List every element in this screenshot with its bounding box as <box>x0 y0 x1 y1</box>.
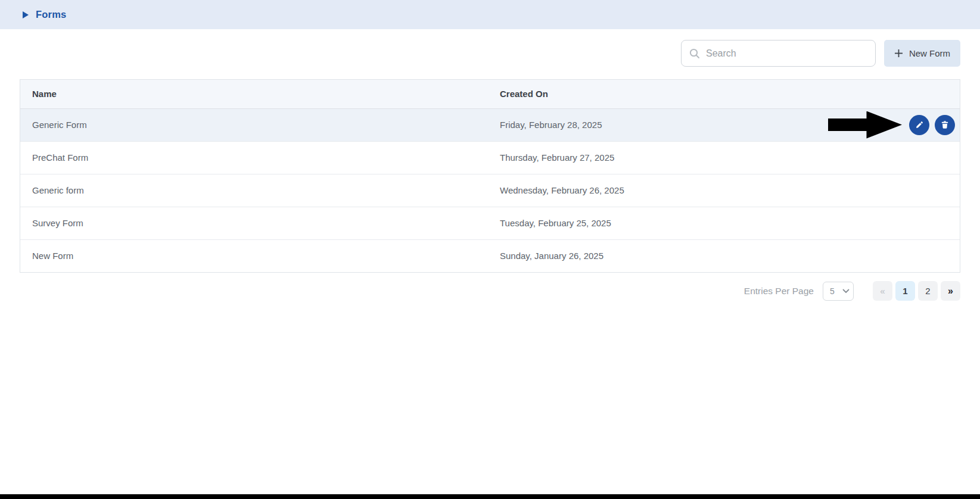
created-on-cell: Tuesday, February 25, 2025 <box>488 207 960 239</box>
table-row[interactable]: Survey Form Tuesday, February 25, 2025 <box>20 207 960 239</box>
edit-form-button[interactable] <box>909 115 929 135</box>
delete-form-button[interactable] <box>935 115 955 135</box>
created-on-cell: Thursday, February 27, 2025 <box>488 141 960 174</box>
row-actions <box>909 115 955 135</box>
created-on-cell: Friday, February 28, 2025 <box>488 108 960 141</box>
caret-right-icon[interactable] <box>22 11 29 19</box>
pencil-icon <box>914 120 925 130</box>
toolbar: New Form <box>20 40 960 67</box>
table-row[interactable]: PreChat Form Thursday, February 27, 2025 <box>20 141 960 174</box>
new-form-button-label: New Form <box>909 48 950 58</box>
new-form-button[interactable]: New Form <box>884 40 960 67</box>
prev-page-button[interactable]: « <box>873 281 892 301</box>
page-button-1[interactable]: 1 <box>895 281 915 301</box>
page-buttons: «12» <box>873 281 960 301</box>
annotation-arrow-right <box>828 111 902 139</box>
page-button-2[interactable]: 2 <box>918 281 938 301</box>
form-name-cell: New Form <box>20 239 488 272</box>
plus-icon <box>894 49 903 58</box>
form-name-cell: Generic form <box>20 174 488 207</box>
form-name-cell: PreChat Form <box>20 141 488 174</box>
search-box <box>681 40 876 67</box>
created-on-text: Friday, February 28, 2025 <box>500 120 602 130</box>
trash-icon <box>940 120 950 130</box>
table-row[interactable]: Generic form Wednesday, February 26, 202… <box>20 174 960 207</box>
forms-header-bar: Forms <box>0 0 980 29</box>
created-on-text: Wednesday, February 26, 2025 <box>500 185 624 195</box>
table-row[interactable]: Generic Form Friday, February 28, 2025 <box>20 108 960 141</box>
page-title[interactable]: Forms <box>36 9 66 20</box>
entries-per-page-wrap: 5 <box>823 282 854 301</box>
form-name-cell: Generic Form <box>20 108 488 141</box>
next-page-button[interactable]: » <box>941 281 960 301</box>
created-on-cell: Sunday, January 26, 2025 <box>488 239 960 272</box>
screenshot-bottom-edge <box>0 494 980 499</box>
created-on-text: Sunday, January 26, 2025 <box>500 251 603 261</box>
forms-table: Name Created On Generic Form Friday, Feb… <box>20 79 960 273</box>
created-on-text: Tuesday, February 25, 2025 <box>500 218 611 228</box>
table-header-row: Name Created On <box>20 80 960 108</box>
entries-per-page-select[interactable]: 5 <box>823 282 854 301</box>
table-row[interactable]: New Form Sunday, January 26, 2025 <box>20 239 960 272</box>
column-header-created-on[interactable]: Created On <box>488 80 960 108</box>
search-input[interactable] <box>706 48 868 59</box>
search-icon <box>689 48 701 60</box>
form-name-cell: Survey Form <box>20 207 488 239</box>
entries-per-page-label: Entries Per Page <box>744 286 814 297</box>
column-header-name[interactable]: Name <box>20 80 488 108</box>
pagination: Entries Per Page 5 «12» <box>20 281 960 301</box>
created-on-cell: Wednesday, February 26, 2025 <box>488 174 960 207</box>
created-on-text: Thursday, February 27, 2025 <box>500 152 614 163</box>
